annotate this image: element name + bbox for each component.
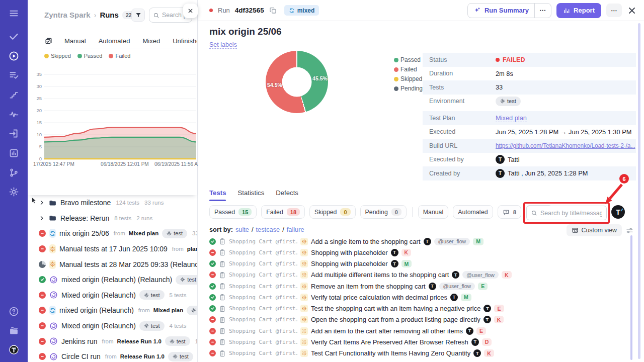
sidebar-item-branches[interactable] xyxy=(0,166,28,179)
filter-chip-automated[interactable]: Automated xyxy=(453,205,493,219)
logo-icon xyxy=(9,344,19,355)
tab-tests[interactable]: Tests xyxy=(209,189,226,201)
environment-name: test xyxy=(151,292,160,298)
filter-chip-pending[interactable]: Pending0 xyxy=(360,205,407,219)
run-summary-more-button[interactable]: ⋯ xyxy=(535,7,551,14)
run-row-item[interactable]: Mixed origin (Relaunch)test5 tests xyxy=(28,288,197,303)
test-title: Add a single item to the shopping cart xyxy=(311,238,421,245)
cursor-icon xyxy=(30,197,38,205)
filter-chip-passed[interactable]: Passed15 xyxy=(209,205,257,219)
sidebar-item-tests[interactable] xyxy=(0,30,28,43)
sort-link-suite[interactable]: suite xyxy=(235,226,249,233)
sidebar-item-projects[interactable] xyxy=(0,324,28,337)
tab-statistics[interactable]: Statistics xyxy=(237,189,264,201)
sidebar-item-pulse[interactable] xyxy=(0,108,28,121)
chip-count: 15 xyxy=(238,208,252,216)
run-row-item[interactable]: mix origin 25/06fromMixed plantest33 tes… xyxy=(28,226,197,241)
avatar: T xyxy=(391,260,398,267)
tests-search[interactable] xyxy=(526,206,607,220)
run-plan-name: Release Run 1.0 xyxy=(120,353,165,359)
run-detail-tabs: TestsStatisticsDefects xyxy=(209,189,298,201)
custom-view-button[interactable]: Custom view xyxy=(567,224,622,236)
sidebar-item-logo[interactable] xyxy=(0,343,28,356)
tab-defects[interactable]: Defects xyxy=(276,189,298,201)
test-suite-name: Shopping Cart @first… xyxy=(229,260,297,267)
tests-search-input[interactable] xyxy=(540,210,602,217)
status-value: FAILED xyxy=(503,56,525,63)
detail-row: Build URLhttps://github.com/TetianaKhome… xyxy=(423,139,636,153)
runs-tab-manual[interactable]: Manual xyxy=(64,37,86,45)
sidebar-item-settings[interactable] xyxy=(0,185,28,198)
copy-icon[interactable] xyxy=(269,7,277,15)
detail-row: Executed byTTatti xyxy=(423,153,636,167)
test-row[interactable]: Shopping Cart @first…Verify total price … xyxy=(198,292,635,303)
breadcrumb-project[interactable]: Zyntra Spark xyxy=(44,11,91,19)
runs-folder-row[interactable]: Release: Rerun8 tests2 runs xyxy=(28,211,197,226)
test-row[interactable]: Shopping Cart @first…Test Cart Functiona… xyxy=(198,348,635,359)
runs-panel-header: Zyntra Spark › Runs 227 ManualAutomatedM… xyxy=(28,0,197,195)
runs-tab-unfinished[interactable]: Unfinished xyxy=(173,37,197,45)
run-row-item[interactable]: Manual tests at 28 Mar 2025 09:33 (Relau… xyxy=(28,256,197,272)
set-labels-link[interactable]: Set labels xyxy=(209,41,237,49)
filter-chip-manual[interactable]: Manual xyxy=(418,205,448,219)
run-row-item[interactable]: Jenkins runfromRelease Run 1.0test13 tes… xyxy=(28,333,197,349)
run-summary-button[interactable]: Run Summary ⋯ xyxy=(467,3,551,18)
sliders-icon[interactable] xyxy=(625,226,634,235)
test-row[interactable]: Shopping Cart @first…Verify Cart Items A… xyxy=(198,336,635,347)
status-failed-icon xyxy=(39,338,46,345)
run-row-item[interactable]: Mixed origin (Relaunch)test4 tests xyxy=(28,318,197,334)
run-from-label: from xyxy=(105,353,117,359)
close-run-button[interactable] xyxy=(627,6,637,16)
user-avatar[interactable]: T xyxy=(611,205,625,219)
tests-list-scrollbar[interactable] xyxy=(630,235,632,360)
sync-icon xyxy=(49,307,56,314)
sidebar-item-reports[interactable] xyxy=(0,146,28,159)
runs-tab-automated[interactable]: Automated xyxy=(99,37,130,45)
test-row[interactable]: Shopping Cart @first…Add multiple differ… xyxy=(198,269,635,281)
run-row-item[interactable]: Circle CI runfromRelease Run 1.0test13 t… xyxy=(28,349,197,362)
report-button[interactable]: Report xyxy=(556,3,601,18)
sidebar-item-steps[interactable] xyxy=(0,88,28,101)
run-status-dot xyxy=(209,9,213,12)
test-row[interactable]: Shopping Cart @first…Add a single item t… xyxy=(198,236,635,247)
run-row-item[interactable]: Manual tests at 17 Jun 2025 10:09frompla… xyxy=(28,241,197,257)
test-row[interactable]: Shopping Cart @first…Shopping with place… xyxy=(198,247,635,258)
sidebar-item-menu[interactable] xyxy=(0,7,28,20)
sidebar-item-runs[interactable] xyxy=(0,49,28,62)
menu-icon xyxy=(9,8,19,19)
test-row[interactable]: Shopping Cart @first…Open the shopping c… xyxy=(198,314,635,325)
runs-tab-mixed[interactable]: Mixed xyxy=(143,37,160,45)
sort-link-testcase[interactable]: testcase xyxy=(256,226,280,233)
build-url-link[interactable]: https://github.com/TetianaKhomenko/Load-… xyxy=(496,142,635,149)
filter-chip-comment[interactable]: 8 xyxy=(498,205,521,219)
manual-test-icon xyxy=(300,349,308,357)
runs-folder-row[interactable]: Bravo milestone124 tests33 runs xyxy=(28,195,197,211)
test-row[interactable]: Shopping Cart @first…Test the shopping c… xyxy=(198,303,635,314)
environment-badge: test xyxy=(496,97,521,106)
test-row[interactable]: Shopping Cart @first…Shopping with place… xyxy=(198,258,635,269)
import-icon xyxy=(9,128,19,139)
test-plan-link[interactable]: Mixed plan xyxy=(496,114,527,122)
chip-label: Failed xyxy=(266,209,283,216)
filter-button[interactable] xyxy=(131,9,145,22)
detail-row: Tests33 xyxy=(423,80,636,95)
sidebar-item-import[interactable] xyxy=(0,127,28,140)
close-panel-button[interactable] xyxy=(183,4,198,18)
avatar: T xyxy=(471,338,479,346)
run-row-item[interactable]: mixed origin (Relaunch) (Relaunch)test xyxy=(28,272,197,288)
window-scrollbar[interactable] xyxy=(638,23,640,359)
filter-chip-skipped[interactable]: Skipped0 xyxy=(309,205,356,219)
bar-chart-icon xyxy=(563,7,570,14)
test-row[interactable]: Shopping Cart @first…Remove an item from… xyxy=(198,281,635,292)
sidebar-item-help[interactable] xyxy=(0,305,28,318)
chip-label: Pending xyxy=(365,209,388,216)
test-row[interactable]: Shopping Cart @first…Add an item to the … xyxy=(198,325,635,336)
sort-link-failure[interactable]: failure xyxy=(287,226,304,233)
legend-item: Passed xyxy=(77,53,103,59)
test-title: Remove an item from the shopping cart xyxy=(311,283,426,290)
run-row-item[interactable]: mixed origin (Relaunch)fromMixed plantes… xyxy=(28,303,197,318)
more-actions-button[interactable]: ⋯ xyxy=(606,4,622,17)
gear-icon xyxy=(191,308,196,313)
filter-chip-failed[interactable]: Failed18 xyxy=(261,205,305,219)
sidebar-item-test-plans[interactable] xyxy=(0,68,28,81)
